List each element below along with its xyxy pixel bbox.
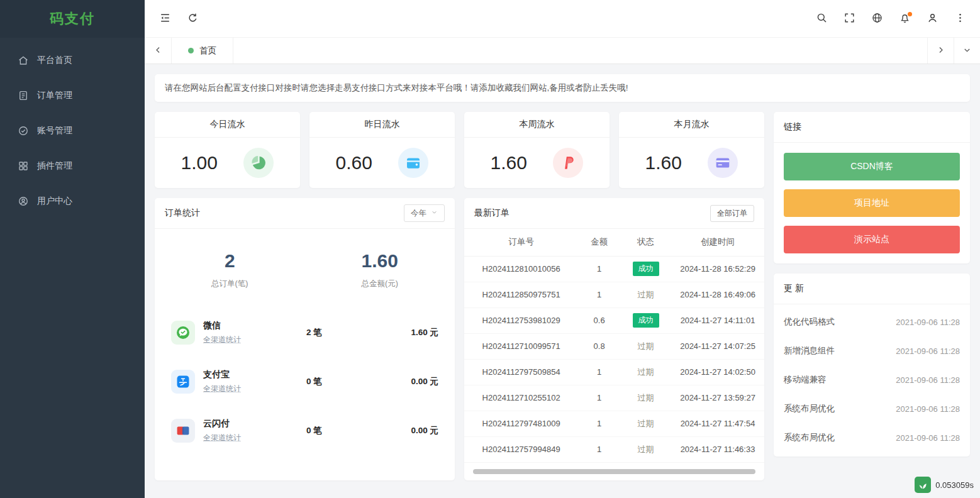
status-text: 过期 — [638, 419, 654, 428]
update-label: 优化代码格式 — [784, 316, 835, 328]
active-tab-dot — [188, 48, 194, 53]
tab-home[interactable]: 首页 — [171, 38, 233, 64]
total-orders-block: 2 总订单(笔) — [155, 250, 305, 289]
more-icon — [954, 12, 966, 26]
update-date: 2021-09-06 11:28 — [896, 375, 960, 385]
sidebar-item-plugins[interactable]: 插件管理 — [0, 148, 145, 184]
channel-name: 微信 — [203, 320, 306, 331]
order-stats-range-select[interactable]: 今年 — [404, 204, 445, 222]
order-created-time: 2024-11-28 16:49:06 — [671, 282, 764, 307]
more-button[interactable] — [946, 6, 974, 32]
account-icon — [18, 125, 29, 136]
sidebar-item-home[interactable]: 平台首页 — [0, 43, 145, 78]
sidebar-item-label: 用户中心 — [37, 196, 72, 207]
order-amount: 1 — [578, 256, 620, 282]
tabs-scroll-left-button[interactable] — [145, 38, 171, 64]
main-area: 首页 请在您网站后台配置支付接口对接时请您选择走易支付接口方式来对接本平台哦！请… — [145, 0, 980, 498]
search-button[interactable] — [808, 6, 835, 32]
order-row[interactable]: H20241127539810290.6成功2024-11-27 14:11:0… — [464, 307, 764, 333]
pear-logo-icon — [915, 477, 931, 493]
order-row[interactable]: H20241128509757511过期2024-11-28 16:49:06 — [464, 282, 764, 307]
order-amount: 1 — [578, 436, 620, 462]
total-amount-value: 1.60 — [305, 250, 455, 272]
order-amount: 0.8 — [578, 333, 620, 359]
order-id: H2024112710255102 — [464, 385, 578, 411]
status-text: 过期 — [638, 290, 654, 299]
globe-icon — [871, 12, 883, 26]
order-status: 成功 — [620, 307, 671, 333]
order-row[interactable]: H20241127579948491过期2024-11-27 11:46:33 — [464, 436, 764, 462]
order-created-time: 2024-11-27 14:07:25 — [671, 333, 764, 359]
order-row[interactable]: H20241127975098541过期2024-11-27 14:02:50 — [464, 359, 764, 385]
plugin-icon — [18, 160, 29, 172]
channel-amount: 0.00 元 — [388, 376, 438, 387]
order-row[interactable]: H20241127100995710.8过期2024-11-27 14:07:2… — [464, 333, 764, 359]
update-date: 2021-09-06 11:28 — [896, 433, 960, 443]
status-text: 过期 — [638, 393, 654, 402]
tabs-scroll-right-button[interactable] — [927, 38, 954, 64]
app-logo: 码支付 — [0, 0, 145, 38]
user-menu-button[interactable] — [918, 6, 946, 32]
channel-subtitle[interactable]: 全渠道统计 — [203, 384, 306, 394]
stat-card-value: 1.60 — [645, 152, 682, 174]
order-created-time: 2024-11-27 14:02:50 — [671, 359, 764, 385]
update-item: 移动端兼容2021-09-06 11:28 — [774, 365, 970, 394]
chevron-down-icon — [431, 209, 438, 218]
search-icon — [816, 12, 828, 26]
topbar-left-tools — [151, 6, 206, 32]
demo-site-button[interactable]: 演示站点 — [784, 226, 960, 253]
orders-column-header: 订单号 — [464, 229, 578, 256]
channel-row-unionpay: 云闪付全渠道统计0 笔0.00 元 — [171, 406, 438, 455]
project-site-button[interactable]: 项目地址 — [784, 189, 960, 217]
stat-card-title: 本周流水 — [464, 112, 610, 138]
status-badge: 成功 — [633, 262, 659, 276]
status-badge: 成功 — [633, 313, 659, 328]
orders-table-head-row: 订单号金额状态创建时间 — [464, 229, 764, 256]
collapse-sidebar-button[interactable] — [151, 6, 179, 32]
order-id: H2024112710099571 — [464, 333, 578, 359]
order-id: H2024112753981029 — [464, 307, 578, 333]
sidebar-item-orders[interactable]: 订单管理 — [0, 78, 145, 113]
stat-card-value: 1.60 — [491, 152, 527, 174]
alipay-icon — [171, 370, 195, 394]
order-created-time: 2024-11-27 11:47:54 — [671, 411, 764, 436]
stat-card-title: 今日流水 — [155, 112, 300, 138]
fullscreen-button[interactable] — [835, 6, 863, 32]
order-amount: 1 — [578, 385, 620, 411]
channel-name: 支付宝 — [203, 369, 306, 380]
order-id: H2024112757994849 — [464, 436, 578, 462]
channel-count: 0 笔 — [306, 425, 388, 436]
chevron-down-icon — [962, 45, 972, 57]
sidebar-item-label: 订单管理 — [37, 90, 72, 101]
sidebar: 码支付 平台首页订单管理账号管理插件管理用户中心 — [0, 0, 145, 498]
total-amount-block: 1.60 总金额(元) — [305, 250, 455, 289]
table-horizontal-scrollbar[interactable] — [473, 469, 755, 474]
orders-column-header: 状态 — [620, 229, 671, 256]
order-amount: 1 — [578, 282, 620, 307]
order-created-time: 2024-11-28 16:52:29 — [671, 256, 764, 282]
stat-card-value: 0.60 — [336, 152, 372, 174]
notifications-button[interactable] — [891, 6, 918, 32]
update-date: 2021-09-06 11:28 — [896, 346, 960, 356]
orders-table-body: H20241128100100561成功2024-11-28 16:52:29H… — [464, 256, 764, 462]
order-row[interactable]: H20241128100100561成功2024-11-28 16:52:29 — [464, 256, 764, 282]
tabs-menu-button[interactable] — [954, 38, 980, 64]
update-label: 系统布局优化 — [784, 432, 835, 443]
channel-subtitle[interactable]: 全渠道统计 — [203, 433, 306, 443]
sidebar-item-user-center[interactable]: 用户中心 — [0, 184, 145, 219]
range-select-value: 今年 — [411, 208, 426, 219]
refresh-button[interactable] — [179, 6, 206, 32]
all-orders-button[interactable]: 全部订单 — [710, 205, 754, 222]
language-button[interactable] — [863, 6, 891, 32]
page-content[interactable]: 请在您网站后台配置支付接口对接时请您选择走易支付接口方式来对接本平台哦！请添加收… — [145, 64, 980, 498]
channel-amount: 0.00 元 — [388, 425, 438, 436]
updates-panel: 更 新 优化代码格式2021-09-06 11:28新增消息组件2021-09-… — [774, 274, 970, 456]
csdn-blog-button[interactable]: CSDN博客 — [784, 153, 960, 180]
sidebar-item-accounts[interactable]: 账号管理 — [0, 113, 145, 148]
order-row[interactable]: H20241127102551021过期2024-11-27 13:59:27 — [464, 385, 764, 411]
status-text: 过期 — [638, 341, 654, 351]
channel-subtitle[interactable]: 全渠道统计 — [203, 335, 306, 345]
channel-count: 2 笔 — [306, 327, 388, 338]
render-time-text: 0.053059s — [935, 480, 974, 490]
order-row[interactable]: H20241127974810091过期2024-11-27 11:47:54 — [464, 411, 764, 436]
